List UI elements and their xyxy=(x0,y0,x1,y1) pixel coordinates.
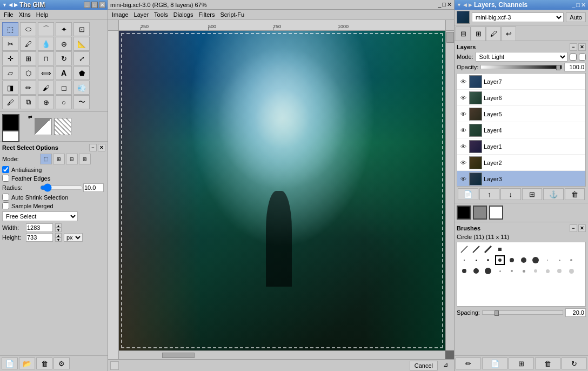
toolbox-maximize[interactable]: □ xyxy=(91,2,98,8)
menu-file[interactable]: File xyxy=(2,11,15,18)
brush-line2[interactable] xyxy=(471,244,481,254)
unit-select[interactable]: px cm xyxy=(64,233,83,242)
brush-large1[interactable] xyxy=(531,266,540,276)
spacing-slider[interactable] xyxy=(482,310,563,315)
select-type-dropdown[interactable]: Free Select xyxy=(2,211,78,221)
brush-large3[interactable] xyxy=(554,266,564,276)
brush-dot-m[interactable] xyxy=(483,255,493,265)
brush-delete-btn[interactable]: 🗑 xyxy=(535,357,560,369)
menu-xtns[interactable]: Xtns xyxy=(17,11,32,18)
options-close[interactable]: ✕ xyxy=(98,144,105,151)
brush-dot-l[interactable] xyxy=(507,255,517,265)
tab-layers[interactable]: ⊟ xyxy=(456,27,471,41)
canvas-menu-layer[interactable]: Layer xyxy=(132,11,151,18)
brush-circle-s[interactable] xyxy=(459,266,469,276)
layer2-visibility[interactable]: 👁 xyxy=(459,158,467,167)
tool-measure[interactable]: 📐 xyxy=(74,37,90,51)
tool-rotate[interactable]: ↻ xyxy=(56,51,72,65)
mode-subtract[interactable]: ⊟ xyxy=(66,154,78,164)
tool-eraser[interactable]: ◻ xyxy=(56,81,72,95)
canvas-menu-tools[interactable]: Tools xyxy=(152,11,170,18)
tool-fuzzy-select[interactable]: ✦ xyxy=(56,22,72,36)
image-select-dropdown[interactable]: mini-big.xcf-3 xyxy=(472,12,564,22)
brush-dot-s2[interactable] xyxy=(554,255,564,265)
brush-circle-l[interactable] xyxy=(483,266,493,276)
tool-heal[interactable]: ⊕ xyxy=(38,95,54,109)
status-resize[interactable]: ⊿ xyxy=(443,361,452,370)
canvas-menu-filters[interactable]: Filters xyxy=(197,11,216,18)
canvas-image[interactable] xyxy=(119,31,445,350)
tool-perspective[interactable]: ⬡ xyxy=(20,66,36,80)
layer6-visibility[interactable]: 👁 xyxy=(459,94,467,102)
canvas-minimize[interactable]: _ xyxy=(438,1,441,8)
new-image-btn[interactable]: 📄 xyxy=(2,357,18,369)
layer1-visibility[interactable]: 👁 xyxy=(459,142,467,151)
brush-circle-m[interactable] xyxy=(471,266,481,276)
brush-line3[interactable] xyxy=(483,244,493,254)
mode-add[interactable]: ⊞ xyxy=(53,154,65,164)
tool-move[interactable]: ✛ xyxy=(2,51,18,65)
canvas-menu-dialogs[interactable]: Dialogs xyxy=(172,11,195,18)
layer3-visibility[interactable]: 👁 xyxy=(459,175,467,183)
brush-empty3[interactable] xyxy=(531,244,540,254)
height-up[interactable]: ▲ xyxy=(55,233,62,237)
tool-pencil[interactable]: ✏ xyxy=(20,81,36,95)
layer-down-btn[interactable]: ↓ xyxy=(500,188,521,200)
canvas-maximize[interactable]: □ xyxy=(442,1,446,8)
tool-free-select[interactable]: ⌒ xyxy=(38,22,54,36)
tab-undo[interactable]: ↩ xyxy=(501,27,516,41)
tool-shear[interactable]: ▱ xyxy=(2,66,18,80)
tool-ink[interactable]: 🖋 xyxy=(2,95,18,109)
brush-duplicate-btn[interactable]: ⊞ xyxy=(509,357,534,369)
layer7-visibility[interactable]: 👁 xyxy=(459,77,467,86)
canvas-menu-scriptfu[interactable]: Script-Fu xyxy=(218,11,246,18)
radius-input[interactable] xyxy=(83,183,104,192)
preferences-btn[interactable]: ⚙ xyxy=(54,357,70,369)
canvas-close[interactable]: ✕ xyxy=(447,1,452,8)
lock-alpha-checkbox[interactable] xyxy=(570,54,577,61)
tool-paintbrush[interactable]: 🖌 xyxy=(38,81,54,95)
open-image-btn[interactable]: 📂 xyxy=(19,357,35,369)
auto-button[interactable]: Auto xyxy=(566,12,586,22)
tool-ellipse-select[interactable]: ⬭ xyxy=(20,22,36,36)
tool-dodge[interactable]: ○ xyxy=(56,95,72,109)
height-input[interactable] xyxy=(26,233,53,242)
tool-text[interactable]: A xyxy=(56,66,72,80)
layers-close[interactable]: ✕ xyxy=(578,43,586,51)
tool-color-select[interactable]: ⊡ xyxy=(74,22,90,36)
menu-help[interactable]: Help xyxy=(35,11,50,18)
antialiasing-checkbox[interactable] xyxy=(2,166,9,173)
layers-collapse[interactable]: − xyxy=(570,43,577,51)
brush-empty6[interactable] xyxy=(566,244,576,254)
brush-empty4[interactable] xyxy=(543,244,552,254)
brush-line1[interactable] xyxy=(459,244,469,254)
scrollbar-h-thumb[interactable] xyxy=(162,353,195,358)
anchor-layer-btn[interactable]: ⚓ xyxy=(543,188,564,200)
new-layer-btn[interactable]: 📄 xyxy=(458,188,478,200)
width-input[interactable] xyxy=(26,223,53,232)
brush-large4[interactable] xyxy=(566,266,576,276)
height-down[interactable]: ▼ xyxy=(55,237,62,242)
tool-align[interactable]: ⊞ xyxy=(20,51,36,65)
tab-paths[interactable]: 🖊 xyxy=(486,27,501,41)
mode-replace[interactable]: ⬚ xyxy=(40,154,52,164)
layer-item-layer7[interactable]: 👁 Layer7 xyxy=(457,74,585,90)
tool-flip[interactable]: ⟺ xyxy=(38,66,54,80)
layer-mode-select[interactable]: Soft Light Normal Multiply Screen xyxy=(476,52,567,62)
opacity-handle[interactable] xyxy=(556,65,560,70)
mode-intersect[interactable]: ⊠ xyxy=(79,154,91,164)
brush-dot-xs[interactable] xyxy=(459,255,469,265)
canvas-menu-image[interactable]: Image xyxy=(110,11,130,18)
delete-btn[interactable]: 🗑 xyxy=(36,357,52,369)
layer4-visibility[interactable]: 👁 xyxy=(459,126,467,135)
tool-color-picker[interactable]: 💧 xyxy=(38,37,54,51)
opacity-slider[interactable] xyxy=(480,65,562,69)
brushes-close[interactable]: ✕ xyxy=(578,224,586,232)
layer-item-layer3[interactable]: 👁 Layer3 xyxy=(457,171,585,187)
tab-channels[interactable]: ⊞ xyxy=(471,27,486,41)
scrollbar-v-thumb[interactable] xyxy=(446,32,454,43)
brush-large2[interactable] xyxy=(543,266,552,276)
layer-item-layer6[interactable]: 👁 Layer6 xyxy=(457,90,585,106)
brush-dot-active[interactable] xyxy=(495,255,505,265)
brush-dot-xxl[interactable] xyxy=(531,255,540,265)
